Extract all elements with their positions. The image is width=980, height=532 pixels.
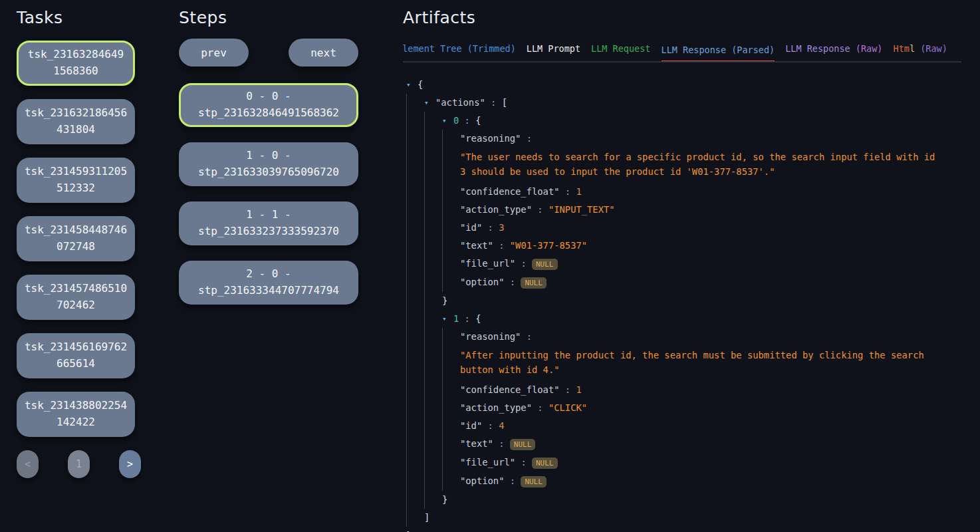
indent-guide-line bbox=[406, 237, 424, 255]
task-item[interactable]: tsk_231458448746072748 bbox=[17, 216, 135, 261]
indent-guide-line bbox=[406, 310, 424, 328]
json-string-value: "After inputting the product id, the sea… bbox=[460, 346, 941, 381]
tab-label-segment: l bbox=[910, 43, 915, 54]
indent-guide-line bbox=[424, 130, 442, 148]
tree-line-content: } bbox=[406, 527, 412, 532]
collapse-arrow-icon[interactable]: ▾ bbox=[406, 76, 418, 94]
json-colon: : bbox=[532, 204, 549, 215]
indent-guide-line bbox=[442, 454, 460, 472]
tree-line-content: "text" : "W01-377-8537" bbox=[460, 237, 587, 255]
indent-guide-line bbox=[424, 435, 442, 454]
json-colon: : bbox=[560, 186, 576, 197]
task-item[interactable]: tsk_231459311205512332 bbox=[17, 158, 135, 203]
pagination-prev-button[interactable]: < bbox=[17, 450, 39, 478]
pagination-page-button[interactable]: 1 bbox=[68, 450, 90, 478]
json-key: "file_url" bbox=[460, 457, 515, 467]
pagination-next-button[interactable]: > bbox=[119, 450, 141, 478]
indent-guide-line bbox=[406, 328, 424, 346]
steps-panel: Steps prev next 0 - 0 - stp_231632846491… bbox=[179, 8, 358, 320]
indent-guide-line bbox=[442, 255, 460, 273]
tree-row: ] bbox=[406, 509, 961, 527]
tree-line-content: "option" : NULL bbox=[460, 273, 547, 292]
indent-guide-line bbox=[424, 346, 442, 381]
tree-row: "confidence_float" : 1 bbox=[406, 183, 961, 201]
json-key: "option" bbox=[460, 475, 504, 486]
tree-row: ▾{ bbox=[406, 76, 961, 94]
json-number: 1 bbox=[576, 186, 581, 197]
steps-prev-button[interactable]: prev bbox=[179, 39, 249, 66]
json-number: 3 bbox=[499, 222, 504, 233]
task-item[interactable]: tsk_231438802254142422 bbox=[17, 392, 135, 437]
indent-guide-line bbox=[424, 399, 442, 417]
task-item[interactable]: tsk_231632846491568360 bbox=[17, 41, 135, 86]
indent-guide-line bbox=[442, 183, 460, 201]
json-string: "INPUT_TEXT" bbox=[549, 204, 615, 215]
tab-html-raw[interactable]: Html (Raw) bbox=[894, 43, 947, 61]
tree-row: "The user needs to search for a specific… bbox=[406, 148, 961, 183]
steps-nav: prev next bbox=[179, 39, 358, 66]
json-colon: : bbox=[521, 133, 532, 144]
json-key: "text" bbox=[460, 240, 493, 251]
json-tree-viewer: ▾{▾"actions" : [▾0 : {"reasoning" :"The … bbox=[403, 76, 961, 532]
json-punct: } bbox=[442, 295, 447, 306]
tree-line-content: "id" : 3 bbox=[460, 219, 504, 237]
task-item[interactable]: tsk_231632186456431804 bbox=[17, 99, 135, 144]
tree-row: "After inputting the product id, the sea… bbox=[406, 346, 961, 381]
tab-label-segment: Element Tree (Trimmed) bbox=[403, 43, 516, 54]
tree-row: "id" : 3 bbox=[406, 219, 961, 237]
indent-guide-line bbox=[442, 435, 460, 454]
json-colon: : bbox=[459, 115, 475, 126]
tree-row: } bbox=[406, 491, 961, 509]
artifacts-tabs: Element Tree (Trimmed)LLM PromptLLM Requ… bbox=[403, 43, 961, 63]
tab-llm-response-parsed[interactable]: LLM Response (Parsed) bbox=[662, 45, 775, 63]
step-list: 0 - 0 - stp_2316328464915683621 - 0 - st… bbox=[179, 83, 358, 305]
tab-element-tree-trimmed[interactable]: Element Tree (Trimmed) bbox=[403, 43, 516, 61]
indent-guide-line bbox=[406, 472, 424, 491]
tree-line-content: "reasoning" : bbox=[460, 130, 532, 148]
indent-guide-line bbox=[442, 346, 460, 381]
indent-guide-line bbox=[406, 399, 424, 417]
tab-llm-request[interactable]: LLM Request bbox=[591, 43, 650, 61]
tree-row: "option" : NULL bbox=[406, 472, 961, 491]
task-item[interactable]: tsk_231457486510702462 bbox=[17, 275, 135, 320]
indent-guide-line bbox=[442, 381, 460, 399]
collapse-arrow-icon[interactable]: ▾ bbox=[442, 112, 453, 130]
tab-label-segment: LLM Response bbox=[785, 43, 856, 54]
indent-guide-line bbox=[406, 112, 424, 130]
json-colon: : bbox=[493, 438, 510, 449]
indent-guide-line bbox=[406, 346, 424, 381]
step-item[interactable]: 2 - 0 - stp_231633344707774794 bbox=[179, 261, 358, 305]
step-item[interactable]: 1 - 1 - stp_231633237333592370 bbox=[179, 201, 358, 245]
steps-next-button[interactable]: next bbox=[289, 39, 358, 66]
indent-guide-line bbox=[424, 472, 442, 491]
artifacts-panel: Artifacts Element Tree (Trimmed)LLM Prom… bbox=[403, 8, 961, 532]
collapse-arrow-icon[interactable]: ▾ bbox=[442, 310, 453, 328]
indent-guide-line bbox=[442, 328, 460, 346]
indent-guide-line bbox=[424, 255, 442, 273]
json-colon: : bbox=[521, 331, 532, 342]
json-string-value: "The user needs to search for a specific… bbox=[460, 148, 941, 183]
indent-guide-line bbox=[406, 201, 424, 219]
step-item[interactable]: 1 - 0 - stp_231633039765096720 bbox=[179, 142, 358, 186]
indent-guide-line bbox=[406, 255, 424, 273]
step-item[interactable]: 0 - 0 - stp_231632846491568362 bbox=[179, 83, 358, 127]
tree-line-content: "option" : NULL bbox=[460, 472, 547, 491]
collapse-arrow-icon[interactable]: ▾ bbox=[424, 94, 435, 112]
tab-llm-response-raw[interactable]: LLM Response (Raw) bbox=[785, 43, 882, 61]
json-colon: : bbox=[515, 457, 532, 467]
indent-guide-line bbox=[406, 491, 424, 509]
json-key: "reasoning" bbox=[460, 331, 521, 342]
indent-guide-line bbox=[442, 273, 460, 292]
indent-guide-line bbox=[424, 237, 442, 255]
tab-llm-prompt[interactable]: LLM Prompt bbox=[527, 43, 580, 61]
json-number: 1 bbox=[576, 384, 581, 395]
task-item[interactable]: tsk_231456169762665614 bbox=[17, 333, 135, 378]
indent-guide-line bbox=[406, 381, 424, 399]
json-punct: { bbox=[475, 313, 481, 324]
json-colon: : bbox=[504, 475, 521, 486]
json-colon: : bbox=[532, 402, 549, 413]
indent-guide-line bbox=[424, 310, 442, 328]
indent-guide-line bbox=[442, 201, 460, 219]
indent-guide-line bbox=[406, 130, 424, 148]
tree-line-content: "file_url" : NULL bbox=[460, 255, 558, 273]
